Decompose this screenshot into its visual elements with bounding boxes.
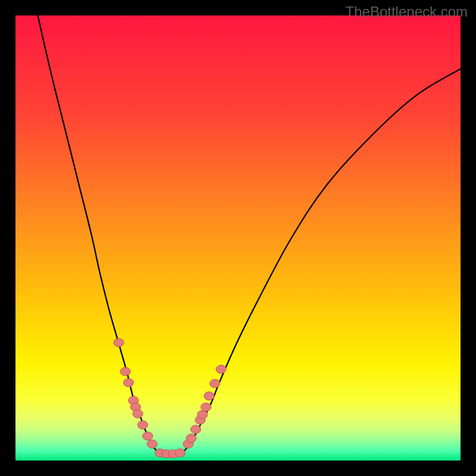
marker-dot [201, 403, 211, 411]
marker-dot [216, 365, 226, 374]
marker-dot [147, 440, 157, 448]
chart-svg [15, 15, 461, 461]
marker-dot [120, 367, 130, 375]
marker-dot [204, 392, 214, 400]
marker-dot [137, 421, 148, 429]
marker-dot [133, 409, 143, 418]
marker-dot [210, 380, 220, 388]
marker-dot [143, 432, 153, 440]
watermark-text: TheBottleneck.com [346, 4, 468, 20]
marker-dot [186, 434, 196, 443]
marker-dot [175, 449, 185, 457]
chart-frame [15, 15, 461, 461]
marker-dot [190, 425, 201, 434]
marker-dot [114, 339, 124, 347]
marker-dot [198, 411, 208, 419]
marker-dot [123, 378, 133, 387]
chart-background [15, 15, 461, 461]
